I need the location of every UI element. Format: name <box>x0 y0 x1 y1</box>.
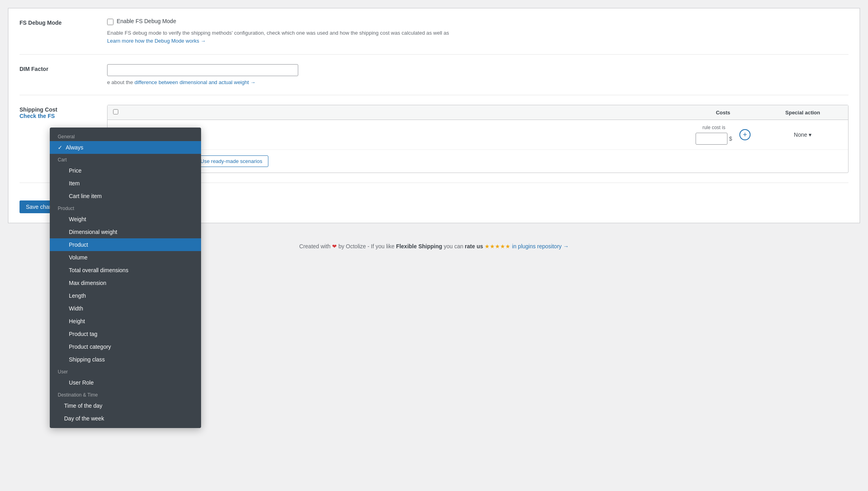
menu-item-label: Weight <box>69 216 86 222</box>
menu-item-always[interactable]: ✓ Always <box>50 141 201 154</box>
menu-item-total-overall-dimensions[interactable]: Total overall dimensions <box>50 264 201 277</box>
checkmark-icon: ✓ <box>58 144 63 151</box>
menu-item-width[interactable]: Width <box>50 302 201 315</box>
header-costs-col: Costs <box>683 109 763 116</box>
group-label-destination-time: Destination & Time <box>50 389 201 399</box>
debug-mode-row: FS Debug Mode Enable FS Debug Mode Enabl… <box>20 18 848 55</box>
menu-item-label: Always <box>66 144 83 151</box>
menu-item-height[interactable]: Height <box>50 315 201 328</box>
debug-learn-more-link[interactable]: Learn more how the Debug Mode works → <box>107 38 206 44</box>
footer-text-mid: by Octolize - If you like <box>338 243 395 249</box>
shipping-cost-label: Shipping Cost Check the FS <box>20 105 107 119</box>
special-action-select[interactable]: None ▾ <box>794 132 811 138</box>
menu-item-label: Shipping class <box>69 356 105 363</box>
header-check-col <box>113 109 129 116</box>
dim-factor-note: e about the difference between dimension… <box>107 79 848 85</box>
menu-item-product-tag[interactable]: Product tag <box>50 328 201 340</box>
footer-brand: Flexible Shipping <box>396 243 442 249</box>
menu-item-label: Product category <box>69 344 111 350</box>
condition-dropdown-menu[interactable]: General ✓ Always Cart Price Item Cart li… <box>50 128 201 428</box>
shipping-cost-content: Costs Special action 1 <box>107 105 848 173</box>
group-label-cart: Cart <box>50 154 201 164</box>
menu-item-label: Total overall dimensions <box>69 267 128 273</box>
menu-item-label: Product tag <box>69 331 98 337</box>
cost-input-wrap: 0 $ <box>696 133 732 145</box>
menu-item-label: Time of the day <box>64 403 102 409</box>
menu-item-label: Cart line item <box>69 193 102 199</box>
dim-factor-row: DIM Factor e about the difference betwee… <box>20 64 848 95</box>
rule-cost-label: rule cost is <box>702 125 725 130</box>
currency-symbol: $ <box>729 136 732 142</box>
chevron-down-icon: ▾ <box>809 132 811 138</box>
row-condition-col: + <box>153 129 683 140</box>
menu-item-label: Length <box>69 293 86 299</box>
menu-item-label: Dimensional weight <box>69 229 117 235</box>
menu-item-label: Price <box>69 167 82 174</box>
menu-item-dimensional-weight[interactable]: Dimensional weight <box>50 226 201 238</box>
menu-item-time-of-day[interactable]: Time of the day <box>50 399 201 412</box>
add-cost-plus-icon[interactable]: + <box>739 129 751 140</box>
menu-item-label: Width <box>69 305 83 312</box>
check-fs-link[interactable]: Check the FS <box>20 113 55 119</box>
debug-mode-content: Enable FS Debug Mode Enable FS debug mod… <box>107 18 848 45</box>
menu-item-max-dimension[interactable]: Max dimension <box>50 277 201 289</box>
dim-factor-link[interactable]: difference between dimensional and actua… <box>135 79 256 85</box>
menu-item-label: User Role <box>69 379 94 386</box>
debug-mode-checkbox[interactable] <box>107 19 113 25</box>
footer-plugins-link[interactable]: in plugins repository → <box>512 243 569 249</box>
header-action-col: Special action <box>763 109 843 116</box>
shipping-cost-table: Costs Special action 1 <box>107 105 848 173</box>
debug-mode-label: FS Debug Mode <box>20 18 107 26</box>
menu-item-item[interactable]: Item <box>50 177 201 190</box>
menu-item-label: Max dimension <box>69 280 106 286</box>
footer-text-before: Created with <box>299 243 331 249</box>
group-label-user: User <box>50 366 201 376</box>
table-footer: Add rule ete selected rules Use ready-ma… <box>108 150 848 173</box>
menu-item-label: Day of the week <box>64 415 104 422</box>
table-header: Costs Special action <box>108 105 848 120</box>
row-action-col: None ▾ <box>763 132 843 138</box>
select-all-checkbox[interactable] <box>113 109 118 114</box>
menu-item-product-category[interactable]: Product category <box>50 340 201 353</box>
footer-heart: ❤ <box>332 243 338 249</box>
menu-item-label: Product <box>69 242 88 248</box>
debug-checkbox-row: Enable FS Debug Mode <box>107 18 848 25</box>
menu-item-user-role[interactable]: User Role <box>50 376 201 389</box>
dim-factor-input[interactable] <box>107 64 298 76</box>
footer-rate-text: rate us <box>465 243 483 249</box>
dim-factor-label: DIM Factor <box>20 64 107 72</box>
group-label-general: General <box>50 131 201 141</box>
page-wrapper: FS Debug Mode Enable FS Debug Mode Enabl… <box>0 0 868 491</box>
cost-input[interactable]: 0 <box>696 133 727 145</box>
menu-item-label: Item <box>69 180 80 187</box>
menu-item-weight[interactable]: Weight <box>50 213 201 226</box>
menu-item-day-of-week[interactable]: Day of the week <box>50 412 201 425</box>
table-row: 1 + rule cost is 0 $ <box>108 120 848 150</box>
dim-factor-content: e about the difference between dimension… <box>107 64 848 85</box>
use-scenarios-button[interactable]: Use ready-made scenarios <box>194 155 268 167</box>
group-label-product: Product <box>50 202 201 213</box>
menu-item-price[interactable]: Price <box>50 164 201 177</box>
menu-item-label: Height <box>69 318 85 324</box>
row-costs-col: rule cost is 0 $ + <box>683 125 763 145</box>
footer-text-after: you can <box>444 243 463 249</box>
menu-item-volume[interactable]: Volume <box>50 251 201 264</box>
menu-item-label: Volume <box>69 254 88 261</box>
menu-item-product[interactable]: Product <box>50 238 201 251</box>
menu-item-cart-line-item[interactable]: Cart line item <box>50 190 201 202</box>
debug-description: Enable FS debug mode to verify the shipp… <box>107 29 848 45</box>
debug-checkbox-label: Enable FS Debug Mode <box>117 18 176 24</box>
menu-item-length[interactable]: Length <box>50 289 201 302</box>
footer-stars: ★★★★★ <box>485 243 510 249</box>
menu-item-shipping-class[interactable]: Shipping class <box>50 353 201 366</box>
